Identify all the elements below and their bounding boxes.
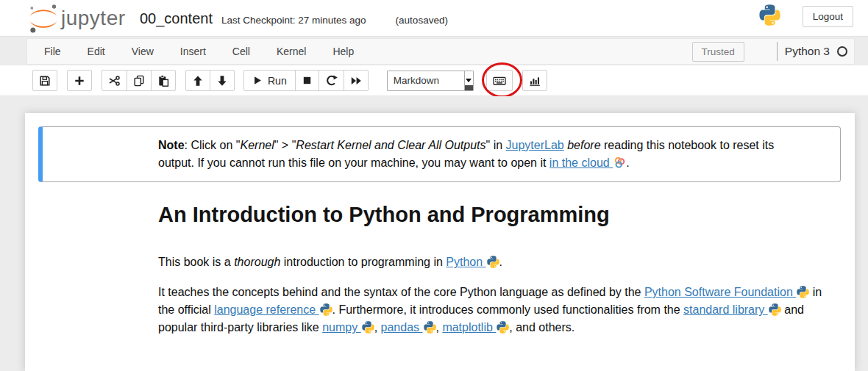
menu-item-cell[interactable]: Cell xyxy=(219,39,263,64)
cell-type-select[interactable]: Markdown xyxy=(387,71,474,91)
interrupt-kernel-button[interactable] xyxy=(295,70,319,91)
jupyter-notebook-page: { "header": { "brand": "jupyter", "title… xyxy=(0,0,868,371)
command-palette-button[interactable] xyxy=(486,70,513,91)
copy-icon xyxy=(133,75,145,87)
copy-cell-button[interactable] xyxy=(127,70,152,91)
content-link[interactable]: in the cloud xyxy=(549,156,626,169)
arrow-up-icon xyxy=(192,75,204,87)
trusted-button[interactable]: Trusted xyxy=(692,42,744,62)
plus-icon xyxy=(74,75,85,87)
menu-item-view[interactable]: View xyxy=(118,39,167,64)
menu-item-edit[interactable]: Edit xyxy=(74,39,118,64)
python-icon xyxy=(497,321,509,334)
kernel-idle-icon xyxy=(836,46,848,57)
arrow-down-icon xyxy=(216,75,228,87)
menu-item-help[interactable]: Help xyxy=(319,39,367,64)
markdown-cell[interactable]: An Introduction to Python and Programmin… xyxy=(158,203,836,349)
jupyter-wordmark: jupyter xyxy=(61,7,126,30)
python-icon xyxy=(362,321,374,334)
content-link[interactable]: standard library xyxy=(683,303,781,316)
cut-icon xyxy=(108,75,121,87)
checkpoint-status: Last Checkpoint: 27 minutes ago xyxy=(221,15,366,26)
bar-chart-button[interactable] xyxy=(522,70,547,91)
intro-paragraph: This book is a thorough introduction to … xyxy=(158,253,836,271)
cell-type-value: Markdown xyxy=(388,71,464,90)
restart-icon xyxy=(325,74,338,87)
content-link[interactable]: numpy xyxy=(322,321,374,334)
toolbar: Run Markdown xyxy=(0,65,868,96)
menu-item-insert[interactable]: Insert xyxy=(167,39,219,64)
content-link[interactable]: pandas xyxy=(381,321,436,334)
python-logo-icon xyxy=(759,4,780,26)
python-icon xyxy=(769,303,781,316)
python-icon xyxy=(424,321,436,334)
notebook-title-row: 00_content Last Checkpoint: 27 minutes a… xyxy=(140,0,448,37)
content-link[interactable]: language reference xyxy=(214,303,332,316)
jupyter-logo-icon xyxy=(28,2,59,35)
fast-forward-icon xyxy=(350,75,362,87)
insert-cell-button[interactable] xyxy=(67,70,92,91)
menubar: FileEditViewInsertCellKernelHelp Trusted… xyxy=(26,38,855,65)
python-icon xyxy=(797,286,809,298)
logout-button[interactable]: Logout xyxy=(803,6,853,27)
jupyter-brand[interactable]: jupyter xyxy=(28,2,126,35)
notebook-title[interactable]: 00_content xyxy=(140,0,213,37)
restart-run-all-button[interactable] xyxy=(344,70,369,91)
select-arrow-icon xyxy=(464,71,473,90)
menu-item-file[interactable]: File xyxy=(31,39,74,64)
paste-cell-button[interactable] xyxy=(151,70,176,91)
page-title: An Introduction to Python and Programmin… xyxy=(158,203,836,227)
paste-icon xyxy=(157,75,169,87)
python-icon xyxy=(487,256,499,268)
keyboard-icon xyxy=(493,75,506,87)
content-link[interactable]: matplotlib xyxy=(442,321,509,334)
cut-cell-button[interactable] xyxy=(102,70,127,91)
menu-item-kernel[interactable]: Kernel xyxy=(263,39,319,64)
content-link[interactable]: JupyterLab xyxy=(506,139,564,151)
kernel-divider xyxy=(777,42,778,61)
stop-icon xyxy=(302,75,313,86)
python-icon xyxy=(320,303,332,316)
content-link[interactable]: Python xyxy=(446,256,499,268)
notebook-container[interactable]: Note: Click on "Kernel" > "Restart Kerne… xyxy=(25,113,855,371)
notebook-area: Note: Click on "Kernel" > "Restart Kerne… xyxy=(0,96,868,371)
note-callout: Note: Click on "Kernel" > "Restart Kerne… xyxy=(38,126,841,182)
save-icon xyxy=(39,75,51,87)
description-paragraph: It teaches the concepts behind and the s… xyxy=(158,284,836,336)
save-button[interactable] xyxy=(32,70,57,91)
run-label: Run xyxy=(268,75,287,87)
binder-icon xyxy=(613,156,626,169)
kernel-name: Python 3 xyxy=(785,45,830,58)
menubar-right: Trusted Python 3 xyxy=(692,39,850,64)
run-cell-button[interactable]: Run xyxy=(243,70,296,91)
header-bar: jupyter 00_content Last Checkpoint: 27 m… xyxy=(0,0,868,37)
autosave-status: (autosaved) xyxy=(396,15,448,26)
content-link[interactable]: Python Software Foundation xyxy=(644,286,809,298)
bar-chart-icon xyxy=(529,75,541,87)
play-icon xyxy=(252,75,263,86)
restart-kernel-button[interactable] xyxy=(319,70,344,91)
move-cell-up-button[interactable] xyxy=(185,70,210,91)
move-cell-down-button[interactable] xyxy=(210,70,235,91)
